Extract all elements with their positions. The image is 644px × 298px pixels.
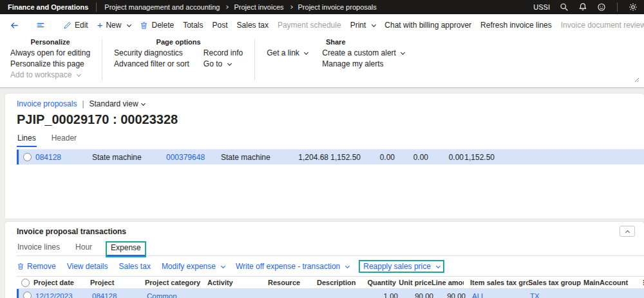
invoice-document-review-button: Invoice document review <box>556 21 644 30</box>
record-navigation: Invoice proposals | Standard view <box>17 99 644 108</box>
project-category-cell[interactable]: Common <box>147 292 209 298</box>
breadcrumb-chevron-icon <box>225 5 229 9</box>
ribbon-flyout: Personalize Always open for editing Pers… <box>0 36 644 87</box>
resize-handle-icon[interactable] <box>633 74 639 85</box>
select-all-radio[interactable] <box>21 279 30 287</box>
chevron-up-icon <box>625 230 629 234</box>
ribbon-divider <box>102 39 102 81</box>
sales-tax-action-button[interactable]: Sales tax <box>119 262 151 271</box>
column-header[interactable]: Resource <box>268 279 317 286</box>
chevron-down-icon <box>304 50 308 55</box>
table-row[interactable]: 12/12/2023 084128 Common 1.00 90.00 90.0… <box>17 289 644 298</box>
get-a-link-button[interactable]: Get a link <box>267 48 308 59</box>
column-header[interactable]: Quantity <box>363 279 396 286</box>
sales-tax-group-cell[interactable]: TX <box>530 292 585 298</box>
ribbon-group-title: Page options <box>114 38 243 46</box>
plus-icon: + <box>97 22 103 28</box>
chevron-down-icon <box>345 263 350 268</box>
gear-icon[interactable] <box>629 3 638 12</box>
topbar-divider <box>96 3 97 12</box>
tab-expense[interactable]: Expense <box>107 243 145 256</box>
edit-button[interactable]: Edit <box>59 21 93 30</box>
always-open-for-editing-button[interactable]: Always open for editing <box>10 48 90 59</box>
totals-button[interactable]: Totals <box>178 21 207 30</box>
app-name[interactable]: Finance and Operations <box>8 3 88 11</box>
column-header[interactable]: Project date <box>33 279 90 286</box>
separator: | <box>82 99 84 108</box>
breadcrumb-section[interactable]: Project invoices <box>234 3 283 11</box>
action-pane: Edit + New Delete Totals Post Sales tax … <box>0 14 644 88</box>
unit-price-cell: 90.00 <box>398 292 433 298</box>
tab-invoice-lines[interactable]: Invoice lines <box>17 243 61 256</box>
ribbon-divider <box>254 39 255 81</box>
view-details-button[interactable]: View details <box>67 262 108 271</box>
tab-header[interactable]: Header <box>51 134 77 147</box>
transactions-action-bar: Remove View details Sales tax Modify exp… <box>17 261 644 272</box>
go-to-button[interactable]: Go to <box>204 59 243 70</box>
chevron-down-icon <box>77 72 81 77</box>
row-select-radio[interactable] <box>23 153 32 161</box>
transactions-tabs: Invoice lines Hour Expense <box>17 243 644 256</box>
post-button[interactable]: Post <box>208 21 232 30</box>
view-selector[interactable]: Standard view <box>90 99 145 108</box>
invoice-proposals-list-link[interactable]: Invoice proposals <box>17 99 77 108</box>
column-header[interactable]: Item sales tax group <box>464 279 528 286</box>
remove-button[interactable]: Remove <box>17 262 56 271</box>
trash-icon <box>17 263 24 270</box>
column-header[interactable]: Project <box>90 279 145 286</box>
company-selector[interactable]: USSI <box>533 3 550 11</box>
breadcrumb-module[interactable]: Project management and accounting <box>104 3 220 11</box>
chat-with-billing-approver-button[interactable]: Chat with billing approver <box>380 21 476 30</box>
back-button[interactable] <box>6 21 23 30</box>
security-diagnostics-button[interactable]: Security diagnostics <box>114 48 189 59</box>
amount-cell: 0.00 <box>428 153 464 162</box>
project-id-cell[interactable]: 084128 <box>35 153 92 162</box>
row-select-radio[interactable] <box>23 292 32 298</box>
delete-button[interactable]: Delete <box>135 21 178 30</box>
invoice-proposal-transactions-panel: Invoice proposal transactions Invoice li… <box>5 222 644 298</box>
bell-icon[interactable] <box>578 3 587 12</box>
item-sales-tax-group-cell[interactable]: ALL <box>466 292 530 298</box>
breadcrumb-page[interactable]: Project invoice proposals <box>298 3 377 11</box>
transactions-panel-title: Invoice proposal transactions <box>17 227 644 236</box>
write-off-expense-button[interactable]: Write off expense - transaction <box>236 262 349 271</box>
column-options-icon[interactable]: ⋮ <box>640 279 644 287</box>
column-header[interactable]: Description <box>317 279 363 286</box>
lines-grid: 084128 State machine 000379648 State mac… <box>17 149 644 164</box>
column-header[interactable]: Unit price <box>396 279 431 286</box>
personalize-this-page-button[interactable]: Personalize this page <box>10 59 90 70</box>
column-header[interactable]: Project category <box>145 279 207 286</box>
manage-my-alerts-button[interactable]: Manage my alerts <box>322 59 404 70</box>
tab-lines[interactable]: Lines <box>17 134 37 147</box>
search-icon[interactable] <box>560 3 569 12</box>
topbar-right-cluster: USSI <box>533 3 638 12</box>
reapply-sales-price-button[interactable]: Reapply sales price <box>360 261 443 272</box>
table-row[interactable]: 084128 State machine 000379648 State mac… <box>17 150 644 164</box>
invoice-proposal-panel: Invoice proposals | Standard view PJIP_0… <box>5 94 644 219</box>
column-header[interactable]: Line amount <box>431 279 464 286</box>
chevron-down-icon <box>141 101 146 105</box>
chevron-down-icon <box>372 22 376 26</box>
command-bar: Edit + New Delete Totals Post Sales tax … <box>0 14 644 36</box>
column-header[interactable]: Sales tax group <box>528 279 583 286</box>
project-date-cell[interactable]: 12/12/2023 <box>35 292 92 298</box>
collapse-panel-button[interactable] <box>620 226 635 237</box>
column-header[interactable]: MainAccount <box>583 279 640 286</box>
create-custom-alert-button[interactable]: Create a custom alert <box>322 48 404 59</box>
print-button[interactable]: Print <box>346 21 381 30</box>
advanced-filter-or-sort-button[interactable]: Advanced filter or sort <box>114 59 189 70</box>
line-amount-cell: 90.00 <box>433 292 466 298</box>
tab-hour[interactable]: Hour <box>75 243 93 256</box>
record-info-button[interactable]: Record info <box>204 48 243 59</box>
column-header[interactable]: Activity <box>207 279 268 286</box>
refresh-invoice-lines-button[interactable]: Refresh invoice lines <box>476 21 556 30</box>
invoice-number-cell[interactable]: 000379648 <box>166 153 221 162</box>
show-list-icon[interactable] <box>33 21 48 30</box>
sales-tax-button[interactable]: Sales tax <box>232 21 273 30</box>
chevron-down-icon <box>227 61 231 66</box>
modify-expense-button[interactable]: Modify expense <box>162 262 225 271</box>
description-cell: State machine <box>221 153 279 162</box>
smiley-feedback-icon[interactable] <box>597 3 606 12</box>
project-cell[interactable]: 084128 <box>92 292 147 298</box>
new-button[interactable]: + New <box>93 21 136 30</box>
